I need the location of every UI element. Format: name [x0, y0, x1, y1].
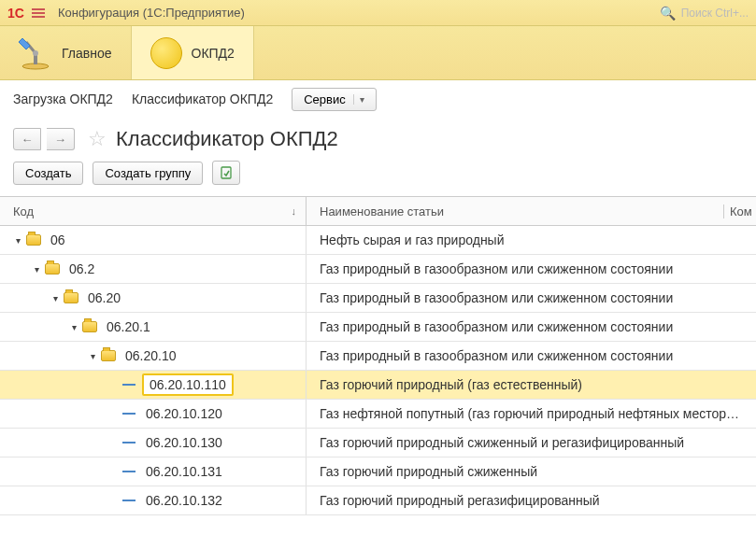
- cell-name: Газ горючий природный регазифицированный: [307, 493, 756, 508]
- cell-name: Газ природный в газообразном или сжиженн…: [307, 290, 756, 305]
- nav-back-button[interactable]: ←: [13, 128, 41, 150]
- folder-icon: [45, 263, 60, 275]
- chevron-down-icon: ▾: [353, 94, 364, 105]
- table-row[interactable]: ▾06.20.10Газ природный в газообразном ил…: [0, 342, 756, 371]
- cell-code: ▾06.20.1: [0, 313, 307, 341]
- row-code-text: 06.2: [65, 260, 98, 278]
- nav-forward-button[interactable]: →: [47, 128, 75, 150]
- tab-home[interactable]: Главное: [0, 26, 131, 79]
- favorite-star-icon[interactable]: ☆: [88, 127, 107, 151]
- cell-code: ▾06: [0, 226, 307, 254]
- tab-home-label: Главное: [62, 46, 112, 61]
- row-code-text: 06.20.1: [103, 317, 154, 336]
- expander-icon[interactable]: ▾: [88, 351, 97, 361]
- header-name[interactable]: Наименование статьи: [307, 204, 723, 218]
- row-code-text: 06.20.10.120: [142, 404, 226, 423]
- cell-name: Газ горючий природный сжиженный и регази…: [307, 435, 756, 450]
- data-table: Код ↓ Наименование статьи Ком ▾06Нефть с…: [0, 196, 756, 515]
- cell-name: Нефть сырая и газ природный: [307, 232, 756, 247]
- command-bar: Загрузка ОКПД2 Классификатор ОКПД2 Серви…: [0, 80, 756, 118]
- hamburger-icon[interactable]: [32, 8, 45, 18]
- logo-1c: 1C: [7, 6, 24, 21]
- folder-icon: [82, 321, 97, 332]
- cell-name: Газ природный в газообразном или сжиженн…: [307, 319, 756, 334]
- service-label: Сервис: [304, 92, 346, 106]
- create-button[interactable]: Создать: [13, 162, 83, 185]
- list-toolbar: Создать Создать группу: [0, 159, 756, 196]
- header-code-label: Код: [13, 204, 34, 218]
- item-icon: [122, 471, 136, 472]
- section-tabs: Главное ОКПД2: [0, 26, 756, 80]
- item-icon: [122, 413, 136, 415]
- folder-icon: [26, 234, 41, 246]
- row-code-text: 06.20.10.131: [142, 462, 226, 481]
- table-row[interactable]: ▾06Нефть сырая и газ природный: [0, 226, 756, 255]
- table-row[interactable]: ▾06.20Газ природный в газообразном или с…: [0, 284, 756, 313]
- table-row[interactable]: ▾06.20.1Газ природный в газообразном или…: [0, 313, 756, 342]
- item-icon: [122, 384, 136, 386]
- cell-code: 06.20.10.131: [0, 458, 307, 486]
- desk-lamp-icon: [19, 36, 52, 70]
- item-icon: [122, 442, 136, 443]
- service-button[interactable]: Сервис ▾: [292, 88, 377, 111]
- table-row[interactable]: 06.20.10.131Газ горючий природный сжижен…: [0, 458, 756, 486]
- row-code-text: 06.20: [84, 289, 124, 307]
- coin-icon: [150, 37, 182, 69]
- cell-code: 06.20.10.132: [0, 486, 307, 514]
- cell-name: Газ природный в газообразном или сжиженн…: [307, 348, 756, 363]
- folder-icon: [101, 350, 116, 361]
- page-title: Классификатор ОКПД2: [116, 127, 338, 151]
- row-code-text: 06.20.10.132: [142, 491, 226, 510]
- svg-point-2: [33, 50, 38, 56]
- app-title: Конфигурация (1С:Предприятие): [58, 6, 245, 20]
- expander-icon[interactable]: ▾: [69, 322, 78, 332]
- refresh-icon: [219, 165, 234, 180]
- cell-code: 06.20.10.110: [0, 371, 307, 399]
- table-body: ▾06Нефть сырая и газ природный▾06.2Газ п…: [0, 226, 756, 515]
- table-row[interactable]: ▾06.2Газ природный в газообразном или сж…: [0, 255, 756, 284]
- table-row[interactable]: 06.20.10.132Газ горючий природный регази…: [0, 486, 756, 515]
- expander-icon[interactable]: ▾: [50, 293, 60, 303]
- row-code-text: 06.20.10.110: [142, 373, 234, 396]
- cell-name: Газ природный в газообразном или сжиженн…: [307, 261, 756, 276]
- tab-okpd2[interactable]: ОКПД2: [131, 26, 254, 79]
- cell-name: Газ горючий природный сжиженный: [307, 464, 756, 479]
- tab-okpd2-label: ОКПД2: [192, 46, 235, 61]
- create-group-button[interactable]: Создать группу: [93, 162, 203, 185]
- cell-code: ▾06.20: [0, 284, 307, 312]
- row-code-text: 06.20.10: [121, 346, 180, 365]
- cell-code: ▾06.2: [0, 255, 307, 283]
- table-header: Код ↓ Наименование статьи Ком: [0, 197, 756, 226]
- expander-icon[interactable]: ▾: [32, 264, 41, 275]
- row-code-text: 06: [47, 231, 69, 249]
- cmd-classifier-okpd2[interactable]: Классификатор ОКПД2: [132, 92, 273, 106]
- row-code-text: 06.20.10.130: [142, 433, 226, 452]
- sort-arrow-icon: ↓: [292, 205, 297, 217]
- table-row[interactable]: 06.20.10.110Газ горючий природный (газ е…: [0, 371, 756, 400]
- header-extra[interactable]: Ком: [723, 204, 756, 218]
- item-icon: [122, 500, 136, 501]
- cell-name: Газ нефтяной попутный (газ горючий приро…: [307, 406, 756, 421]
- cell-code: ▾06.20.10: [0, 342, 307, 370]
- create-group-label: Создать группу: [105, 166, 191, 180]
- header-extra-label: Ком: [730, 204, 752, 218]
- cmd-load-okpd2[interactable]: Загрузка ОКПД2: [13, 92, 113, 106]
- table-row[interactable]: 06.20.10.130Газ горючий природный сжижен…: [0, 429, 756, 458]
- table-row[interactable]: 06.20.10.120Газ нефтяной попутный (газ г…: [0, 400, 756, 429]
- titlebar: 1C Конфигурация (1С:Предприятие) 🔍 Поиск…: [0, 0, 756, 26]
- expander-icon[interactable]: ▾: [13, 235, 22, 246]
- create-label: Создать: [25, 166, 71, 180]
- folder-icon: [64, 292, 78, 303]
- page-header: ← → ☆ Классификатор ОКПД2: [0, 118, 756, 159]
- header-code[interactable]: Код ↓: [0, 197, 307, 225]
- cell-code: 06.20.10.120: [0, 400, 307, 428]
- search-icon[interactable]: 🔍: [660, 6, 676, 21]
- cell-name: Газ горючий природный (газ естественный): [307, 377, 756, 392]
- cell-code: 06.20.10.130: [0, 429, 307, 457]
- svg-rect-3: [221, 167, 231, 178]
- header-name-label: Наименование статьи: [320, 204, 444, 218]
- refresh-button[interactable]: [212, 161, 240, 185]
- search-placeholder: Поиск Ctrl+...: [681, 7, 749, 20]
